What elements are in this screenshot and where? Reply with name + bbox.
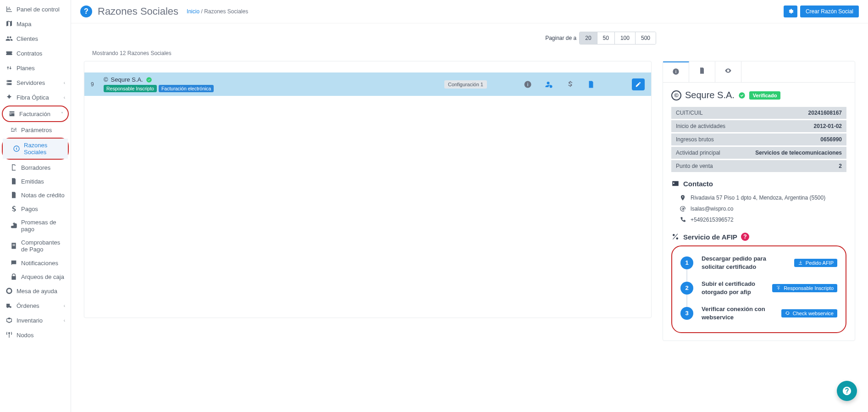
contact-header: Contacto	[671, 179, 846, 188]
help-fab[interactable]	[837, 381, 857, 401]
kv-punto-venta: Punto de venta2	[671, 160, 846, 172]
tab-info[interactable]	[663, 61, 689, 82]
copyright-icon: ©	[104, 76, 108, 83]
help-icon[interactable]: ?	[80, 6, 92, 17]
step-number: 2	[680, 282, 693, 295]
chevron-left-icon: ‹	[64, 95, 65, 100]
document-icon	[698, 67, 706, 74]
nav-servidores[interactable]: Servidores ‹	[0, 75, 71, 90]
fiber-icon	[6, 94, 13, 101]
pager-50[interactable]: 50	[597, 32, 615, 44]
sub-arqueos-caja[interactable]: Arqueos de caja	[0, 270, 71, 284]
sub-emitidas[interactable]: Emitidas	[0, 174, 71, 188]
settings-button[interactable]	[784, 6, 797, 17]
box-icon	[6, 317, 13, 324]
eye-icon	[724, 67, 732, 74]
sub-notas-credito[interactable]: Notas de crédito	[0, 188, 71, 202]
nav-mapa[interactable]: Mapa	[0, 17, 71, 31]
nav-inventario[interactable]: Inventario ‹	[0, 313, 71, 328]
sub-label: Emitidas	[21, 178, 44, 185]
kv-actividad: Actividad principalServicios de telecomu…	[671, 147, 846, 159]
sub-comprobantes-pago[interactable]: Comprobantes de Pago	[0, 236, 71, 256]
map-icon	[6, 20, 13, 28]
kv-cuit: CUIT/CUIL20241608167	[671, 107, 846, 119]
sub-label: Comprobantes de Pago	[21, 239, 65, 253]
sub-label: Notificaciones	[21, 260, 58, 267]
detail-title: © Sequre S.A. Verificado	[671, 90, 846, 100]
copyright-icon	[13, 145, 20, 152]
row-index: 9	[91, 81, 100, 88]
receipt-icon	[10, 242, 17, 250]
nav-fibra-optica[interactable]: Fibra Óptica ‹	[0, 90, 71, 105]
nav-planes[interactable]: Planes	[0, 61, 71, 75]
document-icon[interactable]	[587, 80, 595, 89]
nav-nodos[interactable]: Nodos	[0, 328, 71, 342]
edit-button[interactable]	[632, 78, 645, 90]
sub-promesas-pago[interactable]: Promesas de pago	[0, 216, 71, 236]
gear-icon	[787, 8, 794, 15]
nav-label: Fibra Óptica	[17, 94, 64, 101]
responsable-inscripto-button[interactable]: Responsable Inscripto	[772, 284, 837, 292]
nav-clientes[interactable]: Clientes	[0, 31, 71, 46]
sub-razones-sociales[interactable]: Razones Sociales	[3, 139, 68, 159]
chevron-down-icon: ˅	[61, 111, 63, 117]
tab-eye[interactable]	[715, 61, 741, 82]
step-text: Subir el certificado otorgado por afip	[702, 280, 764, 296]
nav-facturacion[interactable]: Facturación ˅	[3, 106, 68, 121]
pager-100[interactable]: 100	[615, 32, 636, 44]
facturacion-submenu: Parámetros Razones Sociales Borradores E…	[0, 123, 71, 284]
step-text: Descargar pedido para solicitar certific…	[702, 255, 786, 271]
chevron-left-icon: ‹	[64, 303, 65, 308]
sub-pagos[interactable]: Pagos	[0, 202, 71, 216]
topbar: ? Razones Sociales Inicio / Razones Soci…	[71, 0, 868, 23]
afip-header: Servicio de AFIP ?	[671, 233, 846, 241]
pager-label: Paginar de a	[545, 35, 576, 41]
tab-doc[interactable]	[689, 61, 715, 82]
check-webservice-button[interactable]: Check webservice	[781, 309, 837, 317]
nav-label: Nodos	[17, 332, 65, 339]
upload-icon	[776, 285, 781, 290]
sub-label: Arqueos de caja	[21, 273, 64, 280]
sub-label: Promesas de pago	[21, 219, 65, 233]
sub-parametros[interactable]: Parámetros	[0, 123, 71, 137]
file-text-icon	[10, 191, 17, 199]
afip-steps-box: 1 Descargar pedido para solicitar certif…	[671, 245, 846, 333]
nav-panel-de-control[interactable]: Panel de control	[0, 2, 71, 17]
nav-label: Órdenes	[17, 302, 64, 309]
help-red-icon[interactable]: ?	[741, 233, 749, 241]
verified-badge: Verificado	[749, 91, 781, 100]
pedido-afip-button[interactable]: Pedido AFIP	[794, 259, 837, 267]
check-circle-icon	[738, 92, 746, 99]
user-cog-icon[interactable]	[545, 80, 553, 89]
sub-notificaciones[interactable]: Notificaciones	[0, 256, 71, 270]
dollar-icon[interactable]	[566, 80, 574, 89]
pencil-icon	[635, 81, 641, 88]
nav-label: Servidores	[17, 79, 64, 86]
top-actions: Crear Razón Social	[784, 6, 859, 17]
pager-row: Paginar de a 20 50 100 500	[81, 32, 858, 45]
create-button[interactable]: Crear Razón Social	[800, 6, 859, 17]
sub-label: Borradores	[21, 164, 50, 171]
breadcrumb-home[interactable]: Inicio	[187, 8, 199, 15]
badge-facturacion: Facturación electrónica	[159, 85, 214, 92]
invoice-icon	[8, 110, 16, 117]
pager-20[interactable]: 20	[580, 32, 597, 44]
table-row[interactable]: 9 © Sequre S.A. Responsable Inscripto Fa…	[84, 72, 651, 96]
nav-ordenes[interactable]: Órdenes ‹	[0, 298, 71, 313]
sidebar: Panel de control Mapa Clientes Contratos…	[0, 0, 71, 412]
nav-contratos[interactable]: Contratos	[0, 46, 71, 61]
id-card-icon	[671, 179, 680, 188]
nav-label: Mapa	[17, 21, 65, 28]
content: Paginar de a 20 50 100 500 Mostrando 12 …	[71, 23, 868, 349]
hand-icon	[10, 222, 17, 229]
download-icon	[798, 260, 803, 265]
nav-label: Mesa de ayuda	[17, 288, 65, 295]
info-icon[interactable]	[524, 80, 532, 89]
contact-email: lsalas@wispro.co	[671, 203, 846, 214]
pager-500[interactable]: 500	[636, 32, 656, 44]
pin-icon	[680, 195, 686, 201]
sub-label: Pagos	[21, 206, 38, 212]
dollar-icon	[10, 205, 17, 212]
sub-borradores[interactable]: Borradores	[0, 161, 71, 174]
nav-mesa-ayuda[interactable]: Mesa de ayuda	[0, 284, 71, 298]
